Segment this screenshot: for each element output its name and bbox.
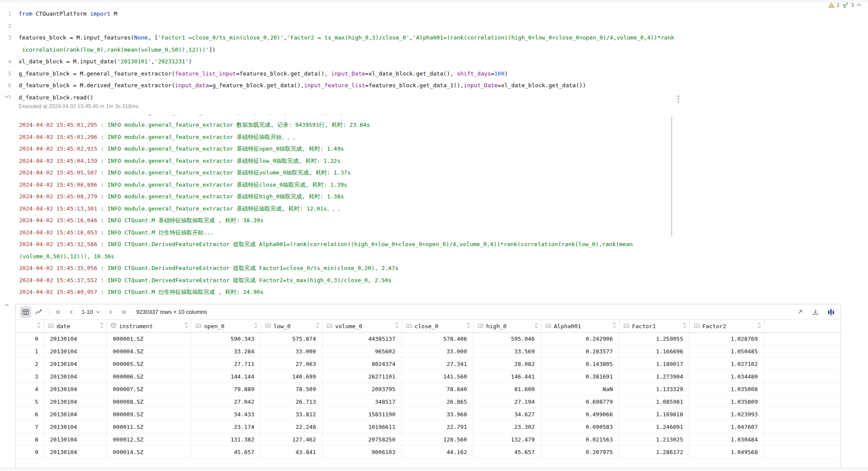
row-index-cell[interactable]: 1 bbox=[16, 345, 44, 357]
table-cell[interactable]: 0.283577 bbox=[541, 345, 619, 357]
row-index-cell[interactable]: 2 bbox=[16, 358, 44, 370]
next-page-button[interactable] bbox=[107, 309, 113, 315]
table-cell[interactable]: 1.034480 bbox=[690, 370, 764, 382]
statistics-icon[interactable] bbox=[828, 308, 835, 316]
collapse-widget-icon[interactable] bbox=[856, 3, 862, 7]
table-cell[interactable]: 1.030484 bbox=[690, 433, 764, 445]
row-index-cell[interactable]: 8 bbox=[16, 433, 44, 445]
table-cell[interactable]: 590.343 bbox=[191, 333, 261, 345]
table-cell[interactable]: 33.569 bbox=[473, 345, 541, 357]
table-cell[interactable]: 132.479 bbox=[473, 433, 541, 445]
code-line[interactable]: 2 bbox=[0, 20, 677, 32]
row-index-cell[interactable]: 5 bbox=[16, 395, 44, 408]
column-header-close_0[interactable]: 123close_0 bbox=[402, 320, 473, 332]
table-cell[interactable]: 1.023993 bbox=[690, 408, 764, 420]
sort-icon[interactable] bbox=[254, 323, 258, 329]
output-options-icon[interactable] bbox=[676, 95, 681, 103]
column-header-low_0[interactable]: 123low_0 bbox=[261, 320, 322, 332]
table-cell[interactable]: 33.284 bbox=[191, 345, 261, 357]
table-cell[interactable]: 0.381691 bbox=[541, 370, 619, 382]
table-cell[interactable]: 1.213025 bbox=[619, 433, 690, 445]
table-cell[interactable]: 1.286172 bbox=[619, 446, 690, 458]
column-header-index[interactable] bbox=[16, 320, 44, 332]
table-cell[interactable]: 1.028769 bbox=[690, 333, 764, 345]
table-cell[interactable]: 45.657 bbox=[473, 446, 541, 458]
table-cell[interactable]: 0.143805 bbox=[541, 358, 619, 370]
table-cell[interactable]: 78.840 bbox=[402, 383, 473, 395]
table-cell[interactable]: 595.046 bbox=[473, 333, 541, 345]
table-cell[interactable]: 22.791 bbox=[402, 421, 473, 433]
table-cell[interactable]: 1.049568 bbox=[690, 446, 764, 458]
table-cell[interactable]: 27.341 bbox=[402, 358, 473, 370]
table-cell[interactable]: 33.000 bbox=[261, 345, 322, 357]
sort-icon[interactable] bbox=[184, 323, 188, 329]
table-cell[interactable]: 34.627 bbox=[473, 408, 541, 420]
table-cell[interactable]: 27.194 bbox=[473, 395, 541, 408]
table-cell[interactable]: 43.841 bbox=[261, 446, 322, 458]
table-cell[interactable]: 128.560 bbox=[402, 433, 473, 445]
code-line[interactable]: 5g_feature_block = M.general_feature_ext… bbox=[0, 68, 677, 80]
column-header-instrument[interactable]: instrument bbox=[107, 320, 191, 332]
table-cell[interactable]: 965602 bbox=[322, 345, 402, 357]
table-cell[interactable]: 1.035809 bbox=[690, 395, 764, 408]
table-cell[interactable]: 27.711 bbox=[191, 358, 261, 370]
column-header-Alpha001[interactable]: 123Alpha001 bbox=[541, 320, 619, 332]
table-cell[interactable]: 26.865 bbox=[402, 395, 473, 408]
table-cell[interactable]: 20130104 bbox=[44, 333, 107, 345]
table-fold-icon[interactable] bbox=[3, 302, 10, 308]
open-in-new-icon[interactable] bbox=[797, 309, 803, 315]
table-cell[interactable]: 44.162 bbox=[402, 446, 473, 458]
table-cell[interactable]: 81.600 bbox=[473, 383, 541, 395]
table-cell[interactable]: 000009.SZ bbox=[107, 408, 191, 420]
table-view-button[interactable] bbox=[20, 306, 31, 318]
column-header-volume_0[interactable]: 123volume_0 bbox=[322, 320, 402, 332]
table-cell[interactable]: 1.047607 bbox=[690, 421, 764, 433]
table-cell[interactable]: 1.166696 bbox=[619, 345, 690, 357]
table-cell[interactable]: 578.406 bbox=[402, 333, 473, 345]
table-cell[interactable]: 1.169818 bbox=[619, 408, 690, 420]
first-page-button[interactable] bbox=[55, 309, 62, 315]
table-cell[interactable]: 146.441 bbox=[473, 370, 541, 382]
table-cell[interactable]: 000004.SZ bbox=[107, 345, 191, 357]
table-cell[interactable]: 0.021563 bbox=[541, 433, 619, 445]
table-cell[interactable]: 20130104 bbox=[44, 408, 107, 420]
table-cell[interactable]: 9006103 bbox=[322, 446, 402, 458]
page-range-dropdown[interactable]: 1-10 bbox=[82, 309, 100, 315]
sort-icon[interactable] bbox=[757, 323, 761, 329]
table-cell[interactable]: 27.063 bbox=[261, 358, 322, 370]
table-cell[interactable]: 1.027102 bbox=[690, 358, 764, 370]
sort-icon[interactable] bbox=[467, 323, 470, 329]
table-cell[interactable]: 0.207975 bbox=[541, 446, 619, 458]
table-cell[interactable]: 20758250 bbox=[322, 433, 402, 445]
table-cell[interactable]: 141.560 bbox=[402, 370, 473, 382]
table-cell[interactable]: 20130104 bbox=[44, 383, 107, 395]
table-cell[interactable]: 0.242906 bbox=[541, 333, 619, 345]
sort-icon[interactable] bbox=[100, 323, 104, 329]
table-cell[interactable]: 1.259055 bbox=[619, 333, 690, 345]
code-line[interactable]: 7d_feature_block.read() bbox=[0, 92, 677, 104]
table-cell[interactable]: 20130104 bbox=[44, 345, 107, 357]
table-cell[interactable]: 1.035008 bbox=[690, 383, 764, 395]
table-cell[interactable]: 0.698779 bbox=[541, 395, 619, 408]
table-cell[interactable]: 000011.SZ bbox=[107, 421, 191, 433]
output-fold-icon[interactable] bbox=[3, 94, 10, 100]
column-header-Factor2[interactable]: 123Factor2 bbox=[690, 320, 764, 332]
table-cell[interactable]: 20130104 bbox=[44, 358, 107, 370]
row-index-cell[interactable]: 7 bbox=[16, 421, 44, 433]
prev-page-button[interactable] bbox=[69, 309, 75, 315]
table-cell[interactable]: 000012.SZ bbox=[107, 433, 191, 445]
code-editor[interactable]: 1from CTQuantPlatform import M23features… bbox=[0, 0, 677, 103]
column-header-high_0[interactable]: 123high_0 bbox=[473, 320, 541, 332]
sort-icon[interactable] bbox=[683, 323, 687, 329]
table-cell[interactable]: 1.085981 bbox=[619, 395, 690, 408]
column-header-date[interactable]: 123date bbox=[44, 320, 107, 332]
table-cell[interactable]: 79.889 bbox=[191, 383, 261, 395]
table-cell[interactable]: 8024374 bbox=[322, 358, 402, 370]
table-cell[interactable]: 27.042 bbox=[191, 395, 261, 408]
table-cell[interactable]: 127.462 bbox=[261, 433, 322, 445]
table-cell[interactable]: 000007.SZ bbox=[107, 383, 191, 395]
sort-icon[interactable] bbox=[37, 323, 41, 329]
table-cell[interactable]: 20130104 bbox=[44, 395, 107, 408]
last-page-button[interactable] bbox=[120, 309, 127, 315]
table-cell[interactable]: 348517 bbox=[322, 395, 402, 408]
